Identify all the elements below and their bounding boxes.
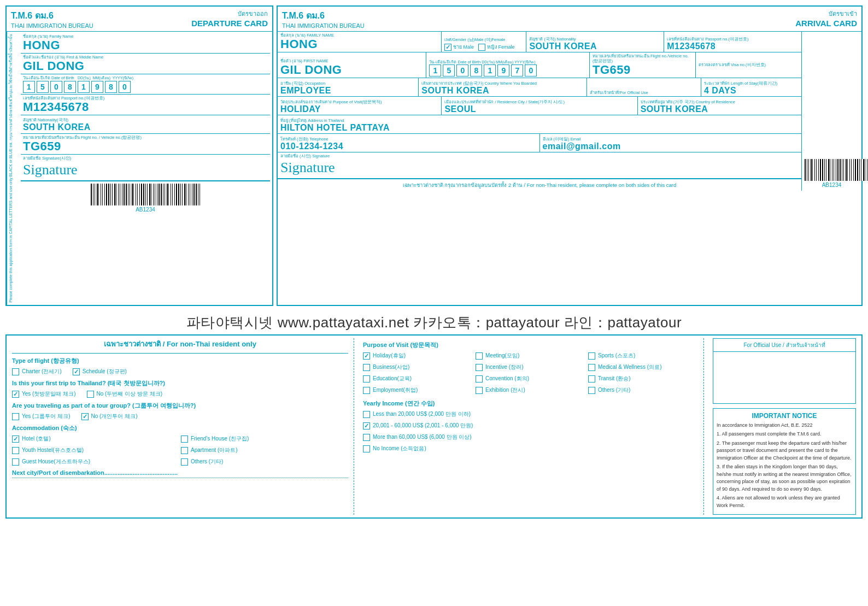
- departure-first-name-value: GIL DONG: [23, 60, 268, 73]
- income1-row: Less than 20,000 US$ (2,000 만원 이하): [363, 410, 699, 418]
- arrival-header-left: T.M.6 ดม.6 THAI IMMIGRATION BUREAU: [282, 9, 365, 29]
- departure-nationality-value: SOUTH KOREA: [23, 122, 268, 132]
- arr-dob-d8: 0: [525, 64, 537, 77]
- tour-yes-checkbox[interactable]: [12, 413, 19, 420]
- departure-tm6: T.M.6 ดม.6: [11, 9, 93, 22]
- schedule-row: Schedule (정규편): [73, 368, 127, 375]
- business-checkbox[interactable]: [363, 364, 370, 371]
- arrival-family-cell: ชื่อสกุล (นาม) FAMILY NAME HONG: [278, 32, 442, 52]
- charter-row: Charter (전세기): [12, 368, 62, 375]
- first-trip-yes-checkbox[interactable]: [12, 391, 19, 398]
- departure-barcode: [91, 184, 200, 205]
- arrival-female-checkbox[interactable]: [478, 44, 485, 51]
- arrival-length-cell: ระยะเวลาที่พัก Length of Stay(체류기간) 4 DA…: [701, 78, 801, 96]
- meeting-checkbox[interactable]: [476, 352, 483, 360]
- accommodation-title: Accommodation (숙소): [12, 424, 348, 432]
- convention-row: Convention (회의): [476, 375, 587, 383]
- arrival-header-right: บัตรขาเข้า ARRIVAL CARD: [795, 9, 857, 28]
- holiday-checkbox[interactable]: [363, 352, 370, 360]
- arrival-purpose-cell: วัตถุประสงค์ของการเดินทาง Purpose of Vis…: [278, 97, 442, 115]
- youth-checkbox[interactable]: [12, 447, 19, 454]
- notice-4: 4. Aliens are not allowed to work unless…: [717, 495, 852, 509]
- important-notice-box: IMPORTANT NOTICE In accordance to Immigr…: [713, 408, 856, 515]
- arrival-country-boarded-cell: เดินทางมาจากประเทศ (탑승국가) Country Where …: [419, 78, 587, 96]
- first-trip-no-checkbox[interactable]: [87, 391, 94, 398]
- arrival-dob-label: วัน-เดือน-ปีเกิด Date of Birth DD(วัน) M…: [429, 60, 587, 64]
- first-trip-title: Is this your first trip to Thailand? (태국…: [12, 379, 348, 387]
- employment-checkbox[interactable]: [363, 387, 370, 394]
- charter-label: Charter (전세기): [22, 368, 62, 375]
- exhibition-row: Exhibition (전시): [476, 386, 587, 394]
- others-acc-row: Others (기타): [181, 458, 348, 466]
- business-row: Business(사업): [363, 363, 474, 371]
- guest-row: Guest House(게스트하우스): [12, 458, 179, 466]
- exhibition-checkbox[interactable]: [476, 387, 483, 394]
- charter-checkbox[interactable]: [12, 368, 19, 375]
- dob-d7: 8: [105, 81, 117, 93]
- departure-first-name-row: ชื่อตัวและชื่อรอง (อ่าน) First & Middle …: [21, 54, 270, 74]
- arrival-row1: ชื่อสกุล (นาม) FAMILY NAME HONG เพศ/Gend…: [278, 32, 801, 52]
- arrival-dob-cell: วัน-เดือน-ปีเกิด Date of Birth DD(วัน) M…: [426, 52, 590, 78]
- arrival-card: T.M.6 ดม.6 THAI IMMIGRATION BUREAU บัตรข…: [277, 5, 863, 306]
- arrival-city-cell: เมืองและประเทศที่ท่าพำนัก / Residence Ci…: [442, 97, 637, 115]
- arrival-main: ชื่อสกุล (นาม) FAMILY NAME HONG เพศ/Gend…: [278, 32, 801, 191]
- transit-checkbox[interactable]: [588, 375, 595, 383]
- arrival-passport-label: เลขที่หนังสือเดินทาง Passport no.(여권번호): [667, 37, 799, 42]
- arr-dob-d2: 5: [443, 64, 455, 77]
- medical-checkbox[interactable]: [588, 364, 595, 371]
- arrival-flight-label: หมายเลขเที่ยวบินหรือพาหนะอื่น Flight no.…: [593, 54, 693, 63]
- departure-flight-row: หมายเลขเที่ยวบินหรือพาหนะอื่น Flight no.…: [21, 134, 270, 155]
- arrival-city-label: เมืองและประเทศที่ท่าพำนัก / Residence Ci…: [444, 99, 634, 104]
- schedule-checkbox[interactable]: [73, 368, 80, 375]
- others-acc-label: Others (기타): [191, 458, 223, 465]
- others-acc-checkbox[interactable]: [181, 458, 188, 466]
- income-title: Yearly Income (연간 수입): [363, 399, 699, 408]
- income1-checkbox[interactable]: [363, 411, 370, 418]
- arrival-length-value: 4 DAYS: [704, 86, 799, 96]
- departure-header-left: T.M.6 ดม.6 THAI IMMIGRATION BUREAU: [11, 9, 93, 29]
- first-trip-yes-label: Yes (첫방문일때 체크): [22, 390, 76, 397]
- first-trip-no-label: No (두번째 이상 방문 체크): [97, 390, 163, 397]
- arrival-card-header: T.M.6 ดม.6 THAI IMMIGRATION BUREAU บัตรข…: [278, 7, 861, 32]
- other-purpose-checkbox[interactable]: [588, 387, 595, 394]
- guest-checkbox[interactable]: [12, 458, 19, 466]
- arrival-row6: โทรศัพท์ (전화) Telephone 010-1234-1234 อี…: [278, 134, 801, 152]
- income3-checkbox[interactable]: [363, 434, 370, 441]
- income4-checkbox[interactable]: [363, 445, 370, 452]
- employment-label: Employment(취업): [373, 386, 418, 393]
- notice-text: In accordance to Immigration Act, B.E. 2…: [717, 422, 852, 510]
- incentive-checkbox[interactable]: [476, 364, 483, 371]
- arrival-gender-boxes: ชาย Male หญิง Female: [444, 43, 523, 51]
- departure-thai-type: บัตรขาออก: [191, 9, 268, 19]
- sports-checkbox[interactable]: [588, 352, 595, 360]
- departure-bureau: THAI IMMIGRATION BUREAU: [11, 22, 93, 29]
- dob-d4: 8: [64, 81, 76, 93]
- departure-signature-value: Signature: [23, 161, 268, 179]
- official-use-label: For Official Use / สำหรับเจ้าหน้าที่: [713, 339, 855, 352]
- arrival-male-checkbox[interactable]: [444, 44, 451, 51]
- dob-d3: 0: [50, 81, 62, 93]
- friends-checkbox[interactable]: [181, 436, 188, 443]
- arrival-tel-value: 010-1234-1234: [280, 142, 537, 151]
- notice-2: 2. The passenger must keep the departure…: [717, 440, 852, 462]
- departure-card-header: T.M.6 ดม.6 THAI IMMIGRATION BUREAU บัตรข…: [7, 7, 272, 32]
- dob-d8: 0: [119, 81, 131, 93]
- convention-checkbox[interactable]: [476, 375, 483, 383]
- arrival-nationality-cell: สัญชาติ (국적) Nationality SOUTH KOREA: [526, 32, 664, 52]
- holiday-row: Holiday(휴일): [363, 352, 474, 360]
- tour-no-checkbox[interactable]: [81, 413, 89, 420]
- arrival-bureau: THAI IMMIGRATION BUREAU: [282, 22, 365, 29]
- arrival-email-value: email@gmail.com: [543, 142, 799, 151]
- departure-signature-row: ลายมือชื่อ Signature(사인) Signature: [21, 155, 270, 181]
- income2-checkbox[interactable]: [363, 422, 370, 430]
- arrival-sig-value: Signature: [280, 158, 799, 177]
- flight-type-title: Type of flight (항공유형): [12, 357, 348, 365]
- hotel-checkbox[interactable]: [12, 436, 19, 443]
- apartment-checkbox[interactable]: [181, 447, 188, 454]
- education-checkbox[interactable]: [363, 375, 370, 383]
- arrival-visa-cell: ตรวจลงตราเลขที่ Visa no.(비자번호): [696, 52, 801, 78]
- tour-group-title: Are you traveling as part of a tour grou…: [12, 402, 348, 410]
- transit-label: Transit (환승): [598, 375, 631, 382]
- back-header: เฉพาะชาวต่างชาติ / For non-Thai resident…: [12, 338, 348, 354]
- arr-dob-d1: 1: [429, 64, 441, 77]
